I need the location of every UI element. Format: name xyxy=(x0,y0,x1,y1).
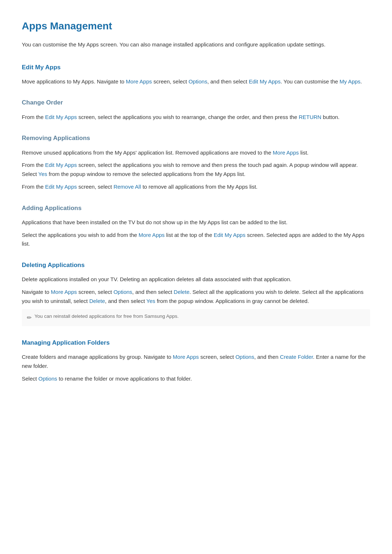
intro-text: You can customise the My Apps screen. Yo… xyxy=(22,40,370,49)
section-title-edit-my-apps: Edit My Apps xyxy=(22,62,370,72)
text-span: screen, select xyxy=(77,289,114,295)
inline-link-edit-my-apps[interactable]: Edit My Apps xyxy=(214,232,246,238)
inline-link-more-apps[interactable]: More Apps xyxy=(173,354,199,360)
inline-link-more-apps[interactable]: More Apps xyxy=(273,149,299,156)
inline-link-create-folder[interactable]: Create Folder xyxy=(280,354,313,360)
section-body-deleting-applications: Delete applications installed on your TV… xyxy=(22,275,370,326)
inline-link-my-apps[interactable]: My Apps xyxy=(340,78,361,85)
paragraph-adding-applications-0: Applications that have been installed on… xyxy=(22,218,370,227)
text-span: From the xyxy=(22,162,45,168)
note-box-deleting-applications: ✏You can reinstall deleted applications … xyxy=(22,309,370,326)
text-span: list. xyxy=(299,149,309,156)
inline-link-options[interactable]: Options xyxy=(188,78,207,85)
inline-link-edit-my-apps[interactable]: Edit My Apps xyxy=(45,184,77,190)
text-span: Create folders and manage applications b… xyxy=(22,354,173,360)
paragraph-removing-applications-2: From the Edit My Apps screen, select Rem… xyxy=(22,182,370,192)
section-body-edit-my-apps: Move applications to My Apps. Navigate t… xyxy=(22,77,370,86)
text-span: screen, select xyxy=(152,78,189,85)
text-span: , and then select xyxy=(132,289,173,295)
section-edit-my-apps: Edit My AppsMove applications to My Apps… xyxy=(22,62,370,86)
inline-link-remove-all[interactable]: Remove All xyxy=(114,184,141,190)
section-change-order: Change OrderFrom the Edit My Apps screen… xyxy=(22,98,370,122)
inline-link-return[interactable]: RETURN xyxy=(299,114,322,120)
inline-link-more-apps[interactable]: More Apps xyxy=(51,289,77,295)
section-body-managing-application-folders: Create folders and manage applications b… xyxy=(22,353,370,383)
paragraph-change-order-0: From the Edit My Apps screen, select the… xyxy=(22,113,370,122)
inline-link-options[interactable]: Options xyxy=(114,289,132,295)
note-text-deleting-applications: You can reinstall deleted applications f… xyxy=(34,313,179,320)
text-span: from the popup window. Applications in g… xyxy=(155,298,309,304)
inline-link-delete[interactable]: Delete xyxy=(89,298,105,304)
text-span: Navigate to xyxy=(22,289,51,295)
section-title-managing-application-folders: Managing Application Folders xyxy=(22,338,370,348)
text-span: , and then select xyxy=(207,78,249,85)
text-span: Remove unused applications from the My A… xyxy=(22,149,273,156)
text-span: Delete applications installed on your TV… xyxy=(22,276,291,282)
text-span: screen, select xyxy=(77,184,114,190)
section-managing-application-folders: Managing Application FoldersCreate folde… xyxy=(22,338,370,383)
sections-container: Edit My AppsMove applications to My Apps… xyxy=(22,62,370,383)
inline-link-more-apps[interactable]: More Apps xyxy=(126,78,152,85)
section-title-removing-applications: Removing Applications xyxy=(22,133,370,143)
text-span: , and then xyxy=(254,354,280,360)
paragraph-deleting-applications-0: Delete applications installed on your TV… xyxy=(22,275,370,284)
page-title: Apps Management xyxy=(22,18,370,34)
inline-link-edit-my-apps[interactable]: Edit My Apps xyxy=(45,162,77,168)
section-body-removing-applications: Remove unused applications from the My A… xyxy=(22,148,370,192)
section-body-adding-applications: Applications that have been installed on… xyxy=(22,218,370,249)
inline-link-edit-my-apps[interactable]: Edit My Apps xyxy=(249,78,281,85)
section-title-change-order: Change Order xyxy=(22,98,370,107)
paragraph-removing-applications-0: Remove unused applications from the My A… xyxy=(22,148,370,157)
text-span: list at the top of the xyxy=(165,232,214,238)
paragraph-managing-application-folders-1: Select Options to rename the folder or m… xyxy=(22,374,370,383)
section-adding-applications: Adding ApplicationsApplications that hav… xyxy=(22,203,370,249)
inline-link-yes[interactable]: Yes xyxy=(38,171,47,177)
section-deleting-applications: Deleting ApplicationsDelete applications… xyxy=(22,260,370,326)
text-span: . xyxy=(360,78,362,85)
inline-link-edit-my-apps[interactable]: Edit My Apps xyxy=(45,114,77,120)
text-span: From the xyxy=(22,114,45,120)
section-title-adding-applications: Adding Applications xyxy=(22,203,370,213)
text-span: from the popup window to remove the sele… xyxy=(47,171,245,177)
text-span: to remove all applications from the My A… xyxy=(141,184,258,190)
inline-link-yes[interactable]: Yes xyxy=(146,298,155,304)
text-span: Applications that have been installed on… xyxy=(22,219,287,225)
paragraph-edit-my-apps-0: Move applications to My Apps. Navigate t… xyxy=(22,77,370,86)
text-span: to rename the folder or move application… xyxy=(57,376,192,382)
pencil-icon: ✏ xyxy=(27,313,32,323)
inline-link-options[interactable]: Options xyxy=(38,376,57,382)
paragraph-managing-application-folders-0: Create folders and manage applications b… xyxy=(22,353,370,371)
paragraph-adding-applications-1: Select the applications you wish to add … xyxy=(22,231,370,249)
paragraph-deleting-applications-1: Navigate to More Apps screen, select Opt… xyxy=(22,288,370,306)
inline-link-more-apps[interactable]: More Apps xyxy=(139,232,165,238)
text-span: Select xyxy=(22,376,38,382)
section-removing-applications: Removing ApplicationsRemove unused appli… xyxy=(22,133,370,191)
inline-link-options[interactable]: Options xyxy=(236,354,254,360)
text-span: screen, select the applications you wish… xyxy=(77,114,299,120)
text-span: . You can customise the xyxy=(281,78,340,85)
inline-link-delete[interactable]: Delete xyxy=(174,289,189,295)
text-span: screen, select xyxy=(199,354,236,360)
section-title-deleting-applications: Deleting Applications xyxy=(22,260,370,270)
paragraph-removing-applications-1: From the Edit My Apps screen, select the… xyxy=(22,161,370,179)
text-span: , and then select xyxy=(105,298,146,304)
section-body-change-order: From the Edit My Apps screen, select the… xyxy=(22,113,370,122)
text-span: From the xyxy=(22,184,45,190)
text-span: button. xyxy=(321,114,339,120)
text-span: Select the applications you wish to add … xyxy=(22,232,139,238)
text-span: Move applications to My Apps. Navigate t… xyxy=(22,78,126,85)
